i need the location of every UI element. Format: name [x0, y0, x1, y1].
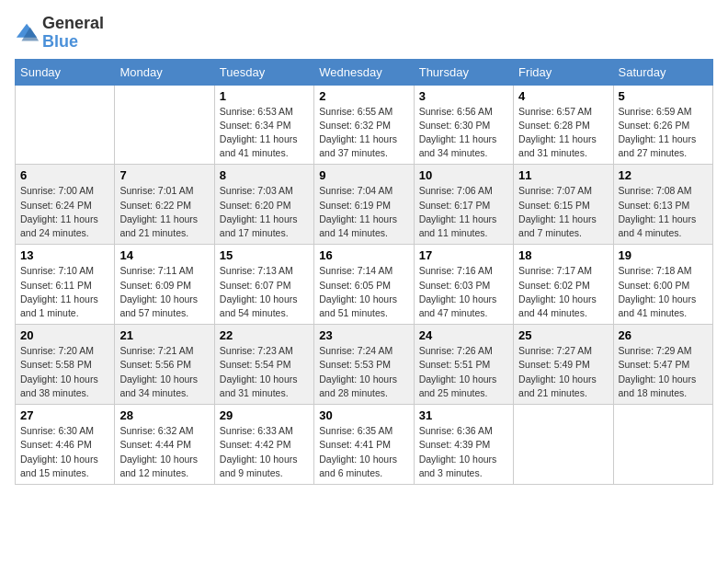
- day-info: Sunrise: 7:23 AM Sunset: 5:54 PM Dayligh…: [220, 344, 309, 400]
- logo: General Blue: [15, 15, 104, 52]
- logo-text: General Blue: [42, 15, 104, 52]
- day-number: 25: [518, 328, 608, 342]
- day-info: Sunrise: 7:16 AM Sunset: 6:03 PM Dayligh…: [419, 264, 508, 320]
- day-number: 12: [619, 168, 708, 182]
- calendar-table: SundayMondayTuesdayWednesdayThursdayFrid…: [15, 59, 713, 485]
- day-number: 31: [419, 408, 508, 422]
- column-header-friday: Friday: [514, 59, 613, 85]
- day-info: Sunrise: 7:10 AM Sunset: 6:11 PM Dayligh…: [20, 264, 109, 320]
- calendar-cell: 20Sunrise: 7:20 AM Sunset: 5:58 PM Dayli…: [16, 325, 115, 405]
- calendar-cell: 26Sunrise: 7:29 AM Sunset: 5:47 PM Dayli…: [613, 325, 712, 405]
- day-number: 27: [20, 408, 109, 422]
- day-info: Sunrise: 7:06 AM Sunset: 6:17 PM Dayligh…: [419, 184, 508, 240]
- column-header-tuesday: Tuesday: [214, 59, 313, 85]
- day-info: Sunrise: 7:27 AM Sunset: 5:49 PM Dayligh…: [518, 344, 608, 400]
- day-info: Sunrise: 7:24 AM Sunset: 5:53 PM Dayligh…: [319, 344, 408, 400]
- day-info: Sunrise: 7:00 AM Sunset: 6:24 PM Dayligh…: [20, 184, 109, 240]
- day-number: 19: [619, 248, 708, 262]
- calendar-cell: 16Sunrise: 7:14 AM Sunset: 6:05 PM Dayli…: [314, 245, 414, 325]
- day-info: Sunrise: 6:53 AM Sunset: 6:34 PM Dayligh…: [220, 105, 309, 161]
- day-info: Sunrise: 6:32 AM Sunset: 4:44 PM Dayligh…: [119, 424, 209, 480]
- calendar-week-3: 13Sunrise: 7:10 AM Sunset: 6:11 PM Dayli…: [16, 245, 713, 325]
- calendar-cell: 28Sunrise: 6:32 AM Sunset: 4:44 PM Dayli…: [115, 405, 214, 485]
- calendar-cell: 10Sunrise: 7:06 AM Sunset: 6:17 PM Dayli…: [414, 165, 513, 245]
- day-number: 10: [419, 168, 508, 182]
- calendar-cell: 3Sunrise: 6:56 AM Sunset: 6:30 PM Daylig…: [414, 85, 513, 165]
- calendar-cell: [16, 85, 115, 165]
- day-info: Sunrise: 6:30 AM Sunset: 4:46 PM Dayligh…: [20, 424, 109, 480]
- day-info: Sunrise: 7:07 AM Sunset: 6:15 PM Dayligh…: [518, 184, 608, 240]
- calendar-cell: 18Sunrise: 7:17 AM Sunset: 6:02 PM Dayli…: [514, 245, 613, 325]
- calendar-week-1: 1Sunrise: 6:53 AM Sunset: 6:34 PM Daylig…: [16, 85, 713, 165]
- day-number: 26: [619, 328, 708, 342]
- day-number: 2: [319, 89, 408, 103]
- day-number: 7: [119, 168, 209, 182]
- day-info: Sunrise: 7:01 AM Sunset: 6:22 PM Dayligh…: [119, 184, 209, 240]
- day-number: 14: [119, 248, 209, 262]
- logo-icon: [15, 20, 40, 46]
- calendar-cell: [613, 405, 712, 485]
- column-header-saturday: Saturday: [613, 59, 712, 85]
- calendar-cell: 15Sunrise: 7:13 AM Sunset: 6:07 PM Dayli…: [214, 245, 313, 325]
- day-number: 17: [419, 248, 508, 262]
- day-info: Sunrise: 6:33 AM Sunset: 4:42 PM Dayligh…: [220, 424, 309, 480]
- day-info: Sunrise: 7:17 AM Sunset: 6:02 PM Dayligh…: [518, 264, 608, 320]
- day-info: Sunrise: 7:08 AM Sunset: 6:13 PM Dayligh…: [619, 184, 708, 240]
- calendar-cell: 1Sunrise: 6:53 AM Sunset: 6:34 PM Daylig…: [214, 85, 313, 165]
- calendar-cell: 23Sunrise: 7:24 AM Sunset: 5:53 PM Dayli…: [314, 325, 414, 405]
- calendar-cell: 13Sunrise: 7:10 AM Sunset: 6:11 PM Dayli…: [16, 245, 115, 325]
- day-number: 9: [319, 168, 408, 182]
- day-number: 22: [220, 328, 309, 342]
- day-info: Sunrise: 6:56 AM Sunset: 6:30 PM Dayligh…: [419, 105, 508, 161]
- day-info: Sunrise: 7:13 AM Sunset: 6:07 PM Dayligh…: [220, 264, 309, 320]
- day-number: 13: [20, 248, 109, 262]
- day-number: 3: [419, 89, 508, 103]
- day-number: 16: [319, 248, 408, 262]
- calendar-cell: 12Sunrise: 7:08 AM Sunset: 6:13 PM Dayli…: [613, 165, 712, 245]
- column-header-sunday: Sunday: [16, 59, 115, 85]
- page-header: General Blue: [15, 15, 713, 52]
- column-header-monday: Monday: [115, 59, 214, 85]
- day-number: 21: [119, 328, 209, 342]
- day-info: Sunrise: 6:36 AM Sunset: 4:39 PM Dayligh…: [419, 424, 508, 480]
- day-info: Sunrise: 7:29 AM Sunset: 5:47 PM Dayligh…: [619, 344, 708, 400]
- day-number: 23: [319, 328, 408, 342]
- column-header-wednesday: Wednesday: [314, 59, 414, 85]
- calendar-cell: 7Sunrise: 7:01 AM Sunset: 6:22 PM Daylig…: [115, 165, 214, 245]
- calendar-cell: 14Sunrise: 7:11 AM Sunset: 6:09 PM Dayli…: [115, 245, 214, 325]
- day-number: 11: [518, 168, 608, 182]
- calendar-week-5: 27Sunrise: 6:30 AM Sunset: 4:46 PM Dayli…: [16, 405, 713, 485]
- day-info: Sunrise: 7:18 AM Sunset: 6:00 PM Dayligh…: [619, 264, 708, 320]
- column-header-thursday: Thursday: [414, 59, 513, 85]
- day-number: 28: [119, 408, 209, 422]
- day-number: 8: [220, 168, 309, 182]
- day-info: Sunrise: 6:35 AM Sunset: 4:41 PM Dayligh…: [319, 424, 408, 480]
- calendar-cell: 30Sunrise: 6:35 AM Sunset: 4:41 PM Dayli…: [314, 405, 414, 485]
- calendar-cell: 19Sunrise: 7:18 AM Sunset: 6:00 PM Dayli…: [613, 245, 712, 325]
- day-info: Sunrise: 6:55 AM Sunset: 6:32 PM Dayligh…: [319, 105, 408, 161]
- calendar-cell: 4Sunrise: 6:57 AM Sunset: 6:28 PM Daylig…: [514, 85, 613, 165]
- day-number: 20: [20, 328, 109, 342]
- day-info: Sunrise: 6:59 AM Sunset: 6:26 PM Dayligh…: [619, 105, 708, 161]
- calendar-week-4: 20Sunrise: 7:20 AM Sunset: 5:58 PM Dayli…: [16, 325, 713, 405]
- calendar-week-2: 6Sunrise: 7:00 AM Sunset: 6:24 PM Daylig…: [16, 165, 713, 245]
- day-number: 24: [419, 328, 508, 342]
- calendar-cell: 29Sunrise: 6:33 AM Sunset: 4:42 PM Dayli…: [214, 405, 313, 485]
- calendar-cell: 5Sunrise: 6:59 AM Sunset: 6:26 PM Daylig…: [613, 85, 712, 165]
- day-number: 29: [220, 408, 309, 422]
- calendar-cell: [115, 85, 214, 165]
- day-number: 6: [20, 168, 109, 182]
- day-number: 5: [619, 89, 708, 103]
- calendar-cell: [514, 405, 613, 485]
- day-info: Sunrise: 7:20 AM Sunset: 5:58 PM Dayligh…: [20, 344, 109, 400]
- day-info: Sunrise: 7:03 AM Sunset: 6:20 PM Dayligh…: [220, 184, 309, 240]
- calendar-cell: 11Sunrise: 7:07 AM Sunset: 6:15 PM Dayli…: [514, 165, 613, 245]
- day-number: 30: [319, 408, 408, 422]
- calendar-cell: 24Sunrise: 7:26 AM Sunset: 5:51 PM Dayli…: [414, 325, 513, 405]
- day-info: Sunrise: 6:57 AM Sunset: 6:28 PM Dayligh…: [518, 105, 608, 161]
- day-info: Sunrise: 7:21 AM Sunset: 5:56 PM Dayligh…: [119, 344, 209, 400]
- calendar-cell: 8Sunrise: 7:03 AM Sunset: 6:20 PM Daylig…: [214, 165, 313, 245]
- calendar-cell: 21Sunrise: 7:21 AM Sunset: 5:56 PM Dayli…: [115, 325, 214, 405]
- day-info: Sunrise: 7:26 AM Sunset: 5:51 PM Dayligh…: [419, 344, 508, 400]
- calendar-cell: 9Sunrise: 7:04 AM Sunset: 6:19 PM Daylig…: [314, 165, 414, 245]
